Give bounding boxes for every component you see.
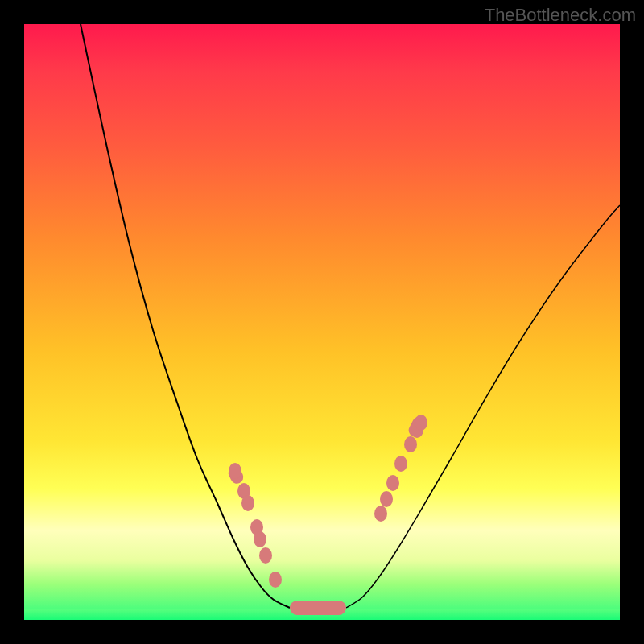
- data-marker: [415, 415, 427, 431]
- data-marker: [254, 531, 266, 547]
- data-marker: [404, 436, 417, 452]
- right-curve: [346, 205, 620, 608]
- data-marker: [259, 547, 272, 564]
- chart-frame: TheBottleneck.com: [0, 0, 644, 644]
- data-marker: [374, 506, 387, 522]
- watermark-text: TheBottleneck.com: [485, 5, 636, 26]
- data-marker: [386, 475, 399, 491]
- plot-area: [24, 24, 620, 620]
- data-marker: [394, 456, 407, 472]
- markers-right: [374, 415, 427, 522]
- data-marker: [242, 495, 254, 511]
- data-marker: [269, 572, 282, 588]
- trough-capsule: [290, 601, 346, 615]
- data-marker: [229, 463, 242, 479]
- curves-svg: [24, 24, 620, 620]
- data-marker: [380, 491, 393, 507]
